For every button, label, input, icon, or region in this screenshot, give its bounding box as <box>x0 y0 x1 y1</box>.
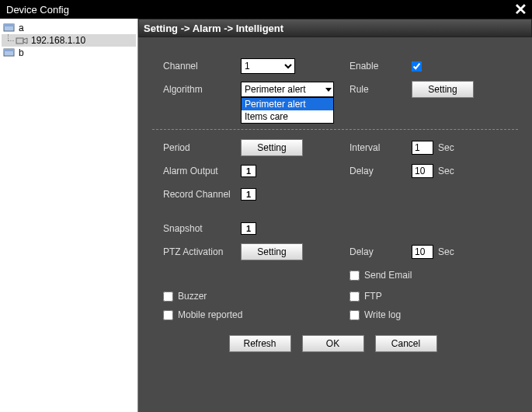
tree-node-ip[interactable]: 192.168.1.10 <box>2 34 136 47</box>
ftp-label: FTP <box>364 291 382 302</box>
camera-icon <box>16 35 28 46</box>
sec-unit: Sec <box>438 166 454 176</box>
chevron-down-icon <box>325 88 332 92</box>
alarm-delay-input[interactable] <box>412 164 433 178</box>
buzzer-label: Buzzer <box>178 291 207 302</box>
tree-node-label: b <box>19 47 24 58</box>
record-channel-box[interactable]: 1 <box>241 188 256 201</box>
ptz-delay-label: Delay <box>349 246 412 257</box>
write-log-checkbox[interactable] <box>349 310 360 320</box>
tree-node-label: 192.168.1.10 <box>31 35 85 46</box>
send-email-checkbox[interactable] <box>349 271 360 281</box>
enable-checkbox[interactable] <box>412 61 422 72</box>
tree-node-label: a <box>19 23 24 33</box>
algorithm-dropdown: Perimeter alert Items care <box>241 97 334 124</box>
algorithm-option[interactable]: Perimeter alert <box>242 98 333 110</box>
device-tree: a 192.168.1.10 b <box>0 19 138 412</box>
interval-input[interactable] <box>412 141 433 155</box>
breadcrumb: Setting -> Alarm -> Intelligent <box>138 19 532 37</box>
tree-node-b[interactable]: b <box>2 47 136 59</box>
sec-unit: Sec <box>438 142 454 153</box>
window-title: Device Config <box>5 4 69 16</box>
alarm-output-box[interactable]: 1 <box>241 165 256 177</box>
period-label: Period <box>163 142 241 153</box>
svg-marker-3 <box>23 38 27 44</box>
breadcrumb-text: Setting -> Alarm -> Intelligent <box>144 23 283 34</box>
svg-rect-1 <box>4 24 14 26</box>
send-email-label: Send Email <box>364 270 412 281</box>
alarm-output-label: Alarm Output <box>163 166 241 176</box>
algorithm-select[interactable]: Perimeter alert <box>241 82 334 97</box>
algorithm-option[interactable]: Items care <box>242 110 333 123</box>
refresh-button[interactable]: Refresh <box>229 335 291 352</box>
channel-label: Channel <box>163 61 241 72</box>
titlebar: Device Config ✕ <box>0 0 532 19</box>
mobile-reported-label: Mobile reported <box>178 309 242 320</box>
close-icon[interactable]: ✕ <box>514 2 527 17</box>
algorithm-label: Algorithm <box>163 84 241 95</box>
write-log-label: Write log <box>364 309 401 320</box>
record-channel-label: Record Channel <box>163 189 241 200</box>
svg-rect-2 <box>16 38 23 44</box>
algorithm-selected-value: Perimeter alert <box>245 84 306 95</box>
enable-label: Enable <box>349 61 412 72</box>
ptz-setting-button[interactable]: Setting <box>241 243 303 260</box>
snapshot-box[interactable]: 1 <box>241 222 256 235</box>
tree-node-a[interactable]: a <box>2 22 136 34</box>
cancel-button[interactable]: Cancel <box>375 335 437 352</box>
rule-setting-button[interactable]: Setting <box>412 81 474 98</box>
ok-button[interactable]: OK <box>302 335 364 352</box>
ptz-activation-label: PTZ Activation <box>163 246 241 257</box>
delay-label: Delay <box>349 166 412 176</box>
mobile-reported-checkbox[interactable] <box>163 310 173 320</box>
rule-label: Rule <box>349 84 412 95</box>
svg-rect-5 <box>4 49 14 51</box>
interval-label: Interval <box>349 142 412 153</box>
channel-select[interactable]: 1 <box>241 58 295 74</box>
period-setting-button[interactable]: Setting <box>241 139 303 156</box>
device-icon <box>3 23 16 33</box>
ftp-checkbox[interactable] <box>349 292 360 302</box>
device-icon <box>3 47 16 58</box>
buzzer-checkbox[interactable] <box>163 292 173 302</box>
ptz-delay-input[interactable] <box>412 245 433 259</box>
snapshot-label: Snapshot <box>163 223 241 234</box>
sec-unit: Sec <box>438 246 454 257</box>
